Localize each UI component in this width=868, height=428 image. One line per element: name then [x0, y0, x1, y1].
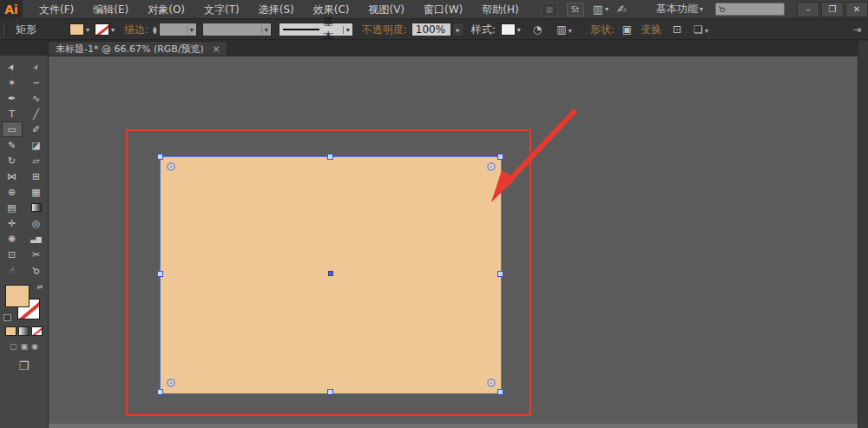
draw-inside-icon[interactable]: ◉ — [31, 342, 38, 351]
draw-behind-icon[interactable]: ▣ — [21, 342, 29, 351]
corner-widget[interactable] — [487, 379, 496, 387]
selection-handle-ne[interactable] — [497, 154, 503, 160]
horizontal-scrollbar[interactable] — [49, 424, 858, 428]
tool-magic-wand[interactable]: ✶ — [2, 75, 23, 90]
chevron-down-icon[interactable]: ▾ — [111, 26, 115, 34]
corner-widget[interactable] — [167, 379, 175, 387]
chevron-down-icon[interactable]: ▾ — [343, 26, 352, 34]
tool-shape-builder[interactable]: ⊕ — [2, 184, 23, 200]
stock-icon[interactable]: St — [567, 3, 584, 16]
center-point-handle[interactable] — [328, 271, 333, 276]
tool-free-transform[interactable]: ⊞ — [26, 168, 47, 184]
tool-slice[interactable]: ✂ — [26, 247, 47, 262]
menu-view[interactable]: 视图(V) — [358, 0, 414, 19]
default-fill-stroke-icon[interactable] — [3, 314, 11, 321]
gradient-button[interactable] — [18, 326, 30, 336]
tool-perspective-grid[interactable]: ▦ — [26, 184, 47, 200]
stroke-weight-label[interactable]: 描边: — [124, 23, 148, 37]
tool-artboard[interactable]: ⊡ — [2, 247, 23, 262]
draw-normal-icon[interactable]: ▢ — [10, 342, 17, 351]
color-button[interactable] — [5, 326, 16, 336]
none-button[interactable] — [31, 326, 43, 336]
canvas-area[interactable] — [49, 56, 858, 428]
menu-window[interactable]: 窗口(W) — [414, 0, 472, 19]
menu-type[interactable]: 文字(T) — [194, 0, 249, 19]
stroke-color-swatch[interactable] — [95, 23, 109, 36]
stroke-weight-combo[interactable]: ▾ — [159, 23, 197, 36]
chevron-down-icon[interactable]: ▾ — [86, 26, 89, 34]
opacity-dropdown-button[interactable]: ▸ — [452, 23, 464, 36]
selection-handle-s[interactable] — [327, 389, 333, 395]
opacity-label[interactable]: 不透明度: — [362, 23, 407, 37]
stroke-weight-stepper[interactable]: ▲▼ — [153, 25, 157, 34]
tab-close-icon[interactable]: × — [213, 44, 220, 54]
select-similar-icon[interactable]: ❏▾ — [694, 23, 708, 36]
tool-rotate[interactable]: ↻ — [2, 153, 23, 168]
menu-help[interactable]: 帮助(H) — [472, 0, 528, 19]
tool-mesh[interactable]: ▤ — [2, 200, 23, 215]
fill-color-swatch[interactable] — [69, 23, 84, 36]
transform-label[interactable]: 变换 — [641, 23, 661, 37]
tool-eyedropper[interactable]: ✛ — [2, 215, 23, 231]
selection-handle-sw[interactable] — [157, 389, 163, 395]
corner-widget[interactable] — [487, 162, 496, 171]
shape-properties-icon[interactable]: ▣ — [622, 23, 632, 36]
tool-column-graph[interactable]: ▃▆ — [26, 231, 47, 247]
recolor-artwork-icon[interactable]: ◔ — [533, 23, 542, 36]
opacity-combo[interactable]: 100% — [411, 23, 451, 36]
tool-width[interactable]: ⋈ — [2, 168, 23, 184]
cs-live-icon[interactable]: ✍ — [617, 3, 627, 16]
document-tab[interactable]: 未标题-1* @ 66.67% (RGB/预览) × — [48, 41, 227, 56]
tool-lasso[interactable]: ∽ — [26, 75, 47, 90]
selection-handle-e[interactable] — [497, 271, 503, 277]
selection-handle-se[interactable] — [497, 389, 503, 395]
isolate-selection-icon[interactable]: ⊡ — [673, 23, 681, 36]
menu-file[interactable]: 文件(F) — [30, 0, 83, 19]
tool-rectangle[interactable]: ▭ — [2, 122, 23, 137]
tool-type[interactable]: T — [2, 106, 23, 122]
width-profile-combo[interactable]: ▾ — [202, 23, 272, 36]
chevron-down-icon[interactable]: ▾ — [517, 26, 521, 34]
tool-hand[interactable]: ☝ — [2, 262, 23, 278]
selection-handle-nw[interactable] — [157, 154, 163, 160]
tool-scale[interactable]: ▱ — [26, 153, 47, 168]
fill-proxy-swatch[interactable] — [5, 285, 30, 307]
menu-edit[interactable]: 编辑(E) — [83, 0, 138, 19]
restore-button[interactable]: ❐ — [821, 2, 844, 17]
chevron-down-icon[interactable]: ▾ — [261, 26, 271, 34]
style-swatch[interactable] — [501, 23, 516, 36]
collapse-control-bar-icon[interactable]: ⇥ — [853, 24, 861, 36]
swap-fill-stroke-icon[interactable]: ⇄ — [37, 283, 43, 291]
tool-pen[interactable]: ✒ — [2, 90, 23, 106]
tool-blend[interactable]: ◎ — [26, 215, 47, 231]
selection-handle-n[interactable] — [327, 154, 333, 160]
menu-select[interactable]: 选择(S) — [249, 0, 304, 19]
tool-gradient[interactable] — [26, 200, 47, 215]
collapsed-panel-dock[interactable] — [858, 41, 868, 428]
brush-definition-combo[interactable]: 基本 ▾ — [279, 23, 353, 36]
align-icon[interactable]: ▥▾ — [556, 23, 571, 36]
corner-widget[interactable] — [167, 162, 175, 171]
tool-direct-selection[interactable]: ➢ — [26, 59, 47, 75]
shape-label[interactable]: 形状: — [590, 23, 615, 37]
bridge-icon[interactable]: ▦ — [541, 3, 558, 16]
tool-eraser[interactable]: ◪ — [26, 137, 47, 153]
control-bar-grip[interactable] — [3, 23, 7, 36]
arrange-documents-icon[interactable]: ▥▾ — [593, 3, 608, 16]
tool-curvature[interactable]: ∿ — [26, 90, 47, 106]
screen-mode-button[interactable]: ❐ — [0, 359, 48, 372]
tool-line-segment[interactable]: ╱ — [26, 106, 47, 122]
tool-paintbrush[interactable]: ✐ — [26, 122, 47, 137]
search-input[interactable]: ⚲ — [715, 3, 785, 16]
tool-symbol-sprayer[interactable]: ❋ — [2, 231, 23, 247]
chevron-down-icon[interactable]: ▾ — [187, 26, 196, 34]
selection-handle-w[interactable] — [157, 271, 163, 277]
minimize-button[interactable]: – — [797, 2, 819, 17]
tool-zoom[interactable]: ⚲ — [26, 262, 47, 278]
style-label[interactable]: 样式: — [471, 23, 496, 37]
tool-selection[interactable]: ➤ — [2, 59, 23, 75]
close-button[interactable]: ✕ — [845, 2, 868, 17]
tool-pencil[interactable]: ✎ — [2, 137, 23, 153]
workspace-switcher[interactable]: 基本功能 ▾ — [649, 2, 710, 16]
menu-object[interactable]: 对象(O) — [138, 0, 194, 19]
